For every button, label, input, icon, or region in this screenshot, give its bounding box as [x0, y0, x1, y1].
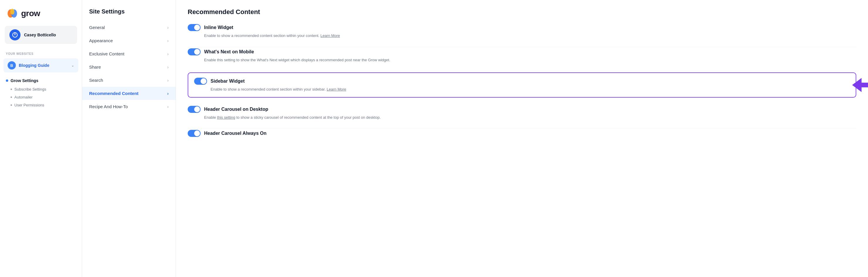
sidebar-widget-learn-more-link[interactable]: Learn More [327, 87, 346, 91]
sidebar-widget-desc-text: Enable to show a recommended content sec… [211, 87, 326, 91]
setting-header-carousel-always: Header Carousel Always On [188, 130, 856, 137]
grow-settings-label: Grow Settings [10, 78, 38, 83]
dot-small-icon-3 [10, 104, 12, 106]
menu-item-recipe-label: Recipe And How-To [89, 104, 128, 109]
arrow-indicator [852, 78, 868, 92]
nav-item-user-permissions[interactable]: User Permissions [0, 101, 82, 109]
menu-item-share-label: Share [89, 64, 101, 69]
menu-item-share[interactable]: Share › [82, 60, 176, 73]
panel-title: Site Settings [82, 8, 176, 21]
user-card[interactable]: Casey Botticello [5, 26, 77, 44]
divider-1 [188, 47, 856, 47]
section-label: YOUR WEBSITES [0, 50, 82, 57]
setting-sidebar-widget-highlighted: Sidebar Widget Enable to show a recommen… [188, 72, 856, 98]
menu-item-recommended-label: Recommended Content [89, 91, 138, 96]
menu-item-general[interactable]: General › [82, 21, 176, 34]
website-item[interactable]: B Blogging Guide ⌄ [3, 58, 78, 72]
toggle-knob [194, 25, 200, 30]
user-name: Casey Botticello [24, 33, 56, 37]
sidebar-widget-desc: Enable to show a recommended content sec… [194, 87, 850, 92]
toggle-knob-2 [194, 49, 200, 55]
power-icon [12, 32, 18, 38]
chevron-down-icon: ⌄ [71, 63, 74, 67]
toggle-inline-widget[interactable] [188, 24, 200, 31]
menu-item-recipe[interactable]: Recipe And How-To › [82, 100, 176, 113]
chevron-right-icon-7: › [167, 104, 168, 109]
divider-3 [188, 128, 856, 129]
header-carousel-always-label: Header Carousel Always On [204, 131, 267, 136]
whats-next-label: What's Next on Mobile [204, 49, 254, 55]
setting-inline-widget-header: Inline Widget [188, 24, 856, 31]
logo-area: grow [0, 0, 82, 26]
nav-section: Grow Settings Subscribe Settings Automai… [0, 73, 82, 112]
toggle-whats-next[interactable] [188, 49, 200, 55]
svg-point-2 [10, 9, 14, 14]
menu-item-general-label: General [89, 25, 105, 30]
inline-widget-learn-more-link[interactable]: Learn More [320, 33, 340, 38]
chevron-right-icon-3: › [167, 52, 168, 56]
arrow-head [852, 78, 862, 92]
logo-text: grow [21, 9, 40, 18]
header-carousel-desc-after: to show a sticky carousel of recommended… [236, 115, 381, 120]
setting-sidebar-widget-header: Sidebar Widget [194, 78, 850, 85]
chevron-right-icon-6: › [167, 91, 168, 96]
chevron-right-icon-5: › [167, 78, 168, 83]
menu-item-recommended-content[interactable]: Recommended Content › [82, 87, 176, 100]
menu-item-search[interactable]: Search › [82, 73, 176, 87]
dot-small-icon-2 [10, 96, 12, 98]
sidebar-widget-label: Sidebar Widget [211, 79, 245, 84]
page-title: Recommended Content [188, 8, 856, 16]
menu-item-appearance-label: Appearance [89, 38, 113, 43]
menu-item-search-label: Search [89, 78, 103, 83]
toggle-knob-4 [194, 106, 200, 112]
website-badge: B [8, 61, 16, 69]
toggle-knob-5 [194, 130, 200, 136]
subscribe-settings-label: Subscribe Settings [14, 87, 46, 91]
dot-icon [6, 80, 8, 82]
setting-whats-next-header: What's Next on Mobile [188, 49, 856, 55]
menu-item-exclusive-content[interactable]: Exclusive Content › [82, 47, 176, 60]
setting-header-carousel-desktop-header: Header Carousel on Desktop [188, 106, 856, 113]
setting-header-carousel-always-header: Header Carousel Always On [188, 130, 856, 137]
inline-widget-desc: Enable to show a recommended content sec… [188, 33, 856, 39]
toggle-knob-3 [200, 78, 207, 84]
inline-widget-desc-text: Enable to show a recommended content sec… [204, 33, 319, 38]
grow-logo-icon [6, 7, 19, 20]
nav-item-grow-settings[interactable]: Grow Settings [0, 76, 82, 85]
menu-item-appearance[interactable]: Appearance › [82, 34, 176, 47]
chevron-right-icon-2: › [167, 38, 168, 43]
whats-next-desc-text: Enable this setting to show the What's N… [204, 58, 390, 62]
middle-panel: Site Settings General › Appearance › Exc… [82, 0, 176, 277]
dot-small-icon [10, 89, 12, 90]
menu-item-exclusive-label: Exclusive Content [89, 51, 124, 56]
automailer-label: Automailer [14, 95, 33, 99]
nav-item-automailer[interactable]: Automailer [0, 93, 82, 101]
whats-next-desc: Enable this setting to show the What's N… [188, 57, 856, 63]
chevron-right-icon-4: › [167, 65, 168, 69]
toggle-sidebar-widget[interactable] [194, 78, 207, 85]
toggle-header-carousel-always[interactable] [188, 130, 200, 137]
main-content: Recommended Content Inline Widget Enable… [176, 0, 868, 277]
avatar [9, 29, 21, 40]
header-carousel-desktop-desc: Enable this setting to show a sticky car… [188, 115, 856, 121]
toggle-header-carousel-desktop[interactable] [188, 106, 200, 113]
website-name: Blogging Guide [19, 63, 68, 68]
inline-widget-label: Inline Widget [204, 25, 233, 30]
nav-item-subscribe-settings[interactable]: Subscribe Settings [0, 85, 82, 93]
header-carousel-desktop-label: Header Carousel on Desktop [204, 107, 268, 112]
arrow-body [862, 83, 868, 87]
setting-inline-widget: Inline Widget Enable to show a recommend… [188, 24, 856, 39]
sidebar: grow Casey Botticello YOUR WEBSITES B Bl… [0, 0, 82, 277]
setting-header-carousel-desktop: Header Carousel on Desktop Enable this s… [188, 106, 856, 121]
header-carousel-this-setting-link[interactable]: this setting [217, 115, 235, 120]
chevron-right-icon: › [167, 25, 168, 30]
setting-whats-next: What's Next on Mobile Enable this settin… [188, 49, 856, 63]
header-carousel-desc-enable: Enable [204, 115, 216, 120]
user-permissions-label: User Permissions [14, 103, 44, 107]
